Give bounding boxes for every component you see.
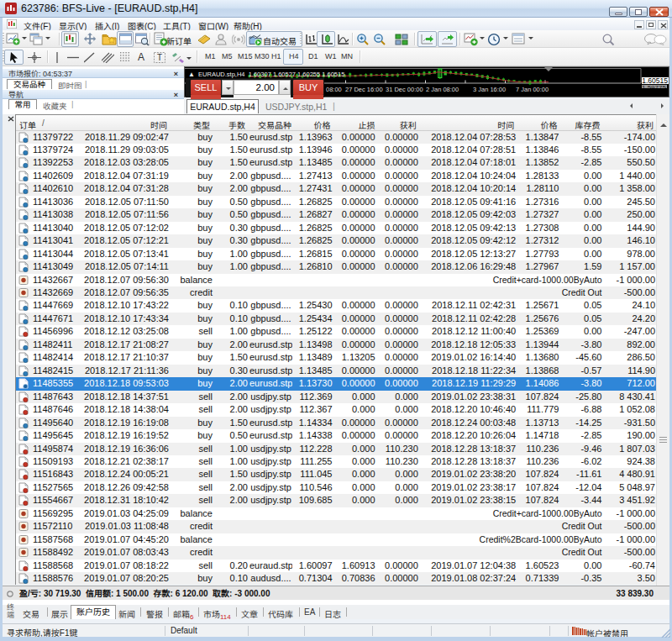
svg-text:T: T	[157, 53, 162, 62]
